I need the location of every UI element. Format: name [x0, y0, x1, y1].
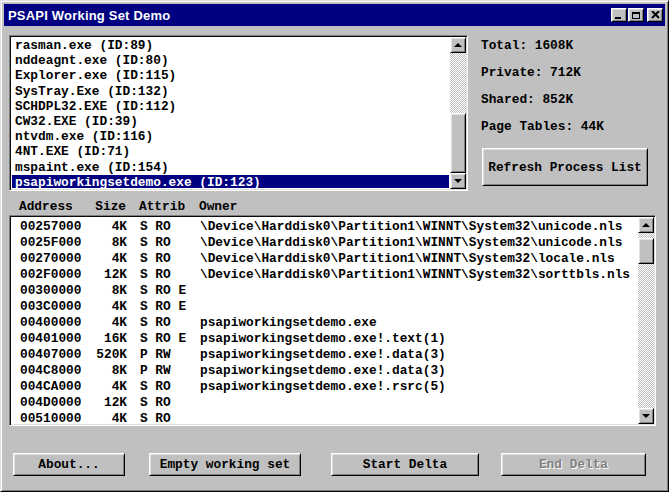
memory-listbox[interactable]: 00257000 4K S RO \Device\Harddisk0\Parti… — [9, 215, 656, 426]
scrollbar-thumb[interactable] — [450, 113, 466, 173]
memory-attrib: S RO — [140, 235, 187, 251]
process-list-item[interactable]: 4NT.EXE (ID:71) — [12, 144, 449, 159]
memory-attrib: S RO — [140, 267, 187, 283]
refresh-process-list-button[interactable]: Refresh Process List — [482, 148, 648, 186]
memory-address: 0025F000 — [12, 235, 92, 251]
memory-address: 00257000 — [12, 219, 92, 235]
process-list-item[interactable]: SCHDPL32.EXE (ID:112) — [12, 99, 449, 114]
memory-size: 8K — [92, 235, 127, 251]
column-header-size: Size — [91, 199, 126, 214]
about-button[interactable]: About... — [13, 453, 125, 476]
memory-address: 004CA000 — [12, 379, 92, 395]
process-list-item[interactable]: psapiworkingsetdemo.exe (ID:123) — [12, 175, 449, 188]
start-delta-button[interactable]: Start Delta — [331, 453, 479, 476]
memory-owner — [200, 299, 637, 315]
process-listbox[interactable]: rasman.exe (ID:89) nddeagnt.exe (ID:80) … — [9, 35, 468, 191]
memory-owner — [200, 395, 637, 411]
memory-row[interactable]: 00510000 4K S RO — [12, 411, 637, 423]
memory-attrib: S RO — [140, 251, 187, 267]
process-list-item[interactable]: Explorer.exe (ID:115) — [12, 68, 449, 83]
arrow-up-icon — [454, 43, 462, 47]
scroll-down-button[interactable] — [450, 173, 466, 189]
scroll-up-button[interactable] — [450, 37, 466, 53]
scrollbar-track[interactable] — [450, 53, 466, 173]
memory-row[interactable]: 004CA000 4K S RO psapiworkingsetdemo.exe… — [12, 379, 637, 395]
window-title: PSAPI Working Set Demo — [8, 8, 170, 23]
maximize-icon — [632, 12, 640, 19]
memory-size: 4K — [92, 251, 127, 267]
memory-row[interactable]: 002F0000 12K S RO \Device\Harddisk0\Part… — [12, 267, 637, 283]
column-header-address: Address — [11, 199, 91, 214]
memory-attrib: P RW — [140, 363, 187, 379]
memory-address: 00510000 — [12, 411, 92, 423]
memory-size: 4K — [92, 411, 127, 423]
memory-row[interactable]: 004D0000 12K S RO — [12, 395, 637, 411]
memory-row[interactable]: 004C8000 8K P RW psapiworkingsetdemo.exe… — [12, 363, 637, 379]
memory-row[interactable]: 0025F000 8K S RO \Device\Harddisk0\Parti… — [12, 235, 637, 251]
memory-attrib: P RW — [140, 347, 187, 363]
stat-page-tables: Page Tables: 44K — [481, 119, 604, 134]
scrollbar-track[interactable] — [638, 233, 654, 408]
memory-list-scrollbar[interactable] — [638, 217, 654, 424]
process-list-item[interactable]: SysTray.Exe (ID:132) — [12, 84, 449, 99]
process-list-item[interactable]: rasman.exe (ID:89) — [12, 38, 449, 53]
scroll-up-button[interactable] — [638, 217, 654, 233]
memory-row[interactable]: 00257000 4K S RO \Device\Harddisk0\Parti… — [12, 219, 637, 235]
memory-size: 4K — [92, 299, 127, 315]
memory-row[interactable]: 00400000 4K S RO psapiworkingsetdemo.exe — [12, 315, 637, 331]
scroll-down-button[interactable] — [638, 408, 654, 424]
memory-size: 16K — [92, 331, 127, 347]
memory-attrib: S RO — [140, 395, 187, 411]
memory-attrib: S RO — [140, 411, 187, 423]
memory-attrib: S RO E — [140, 331, 187, 347]
memory-address: 00400000 — [12, 315, 92, 331]
memory-owner: psapiworkingsetdemo.exe!.data(3) — [200, 347, 637, 363]
column-header-attrib: Attrib — [139, 199, 186, 214]
memory-address: 002F0000 — [12, 267, 92, 283]
memory-size: 4K — [92, 219, 127, 235]
arrow-down-icon — [454, 179, 462, 183]
memory-attrib: S RO E — [140, 283, 187, 299]
process-list-item[interactable]: nddeagnt.exe (ID:80) — [12, 53, 449, 68]
memory-size: 8K — [92, 283, 127, 299]
memory-attrib: S RO — [140, 379, 187, 395]
memory-owner: \Device\Harddisk0\Partition1\WINNT\Syste… — [200, 219, 637, 235]
memory-owner — [200, 411, 637, 423]
memory-row[interactable]: 00270000 4K S RO \Device\Harddisk0\Parti… — [12, 251, 637, 267]
scrollbar-thumb[interactable] — [638, 238, 654, 264]
minimize-icon — [615, 17, 621, 19]
close-button[interactable] — [647, 8, 663, 22]
stat-total: Total: 1608K — [481, 38, 573, 53]
memory-owner: \Device\Harddisk0\Partition1\WINNT\Syste… — [200, 251, 637, 267]
titlebar-buttons — [610, 8, 663, 22]
process-list-item[interactable]: mspaint.exe (ID:154) — [12, 160, 449, 175]
memory-row[interactable]: 00407000 520K P RW psapiworkingsetdemo.e… — [12, 347, 637, 363]
process-list-scrollbar[interactable] — [450, 37, 466, 189]
memory-owner: psapiworkingsetdemo.exe!.text(1) — [200, 331, 637, 347]
process-list-item[interactable]: CW32.EXE (ID:39) — [12, 114, 449, 129]
memory-size: 4K — [92, 379, 127, 395]
process-items: rasman.exe (ID:89) nddeagnt.exe (ID:80) … — [12, 38, 449, 188]
minimize-button[interactable] — [611, 8, 627, 22]
memory-address: 004D0000 — [12, 395, 92, 411]
close-icon — [651, 11, 660, 19]
stat-private: Private: 712K — [481, 65, 581, 80]
memory-size: 520K — [92, 347, 127, 363]
memory-row[interactable]: 003C0000 4K S RO E — [12, 299, 637, 315]
process-list-item[interactable]: ntvdm.exe (ID:116) — [12, 129, 449, 144]
memory-row[interactable]: 00401000 16K S RO E psapiworkingsetdemo.… — [12, 331, 637, 347]
memory-rows: 00257000 4K S RO \Device\Harddisk0\Parti… — [12, 218, 637, 423]
maximize-button[interactable] — [628, 8, 644, 22]
column-header-owner: Owner — [199, 199, 641, 214]
memory-row[interactable]: 00300000 8K S RO E — [12, 283, 637, 299]
memory-owner: psapiworkingsetdemo.exe!.rsrc(5) — [200, 379, 637, 395]
empty-working-set-button[interactable]: Empty working set — [149, 453, 301, 476]
stat-shared: Shared: 852K — [481, 92, 573, 107]
memory-table-header: Address Size Attrib Owner — [11, 199, 641, 214]
memory-address: 00401000 — [12, 331, 92, 347]
memory-size: 12K — [92, 267, 127, 283]
memory-address: 004C8000 — [12, 363, 92, 379]
titlebar: PSAPI Working Set Demo — [4, 4, 665, 26]
memory-owner: \Device\Harddisk0\Partition1\WINNT\Syste… — [200, 267, 637, 283]
memory-size: 12K — [92, 395, 127, 411]
